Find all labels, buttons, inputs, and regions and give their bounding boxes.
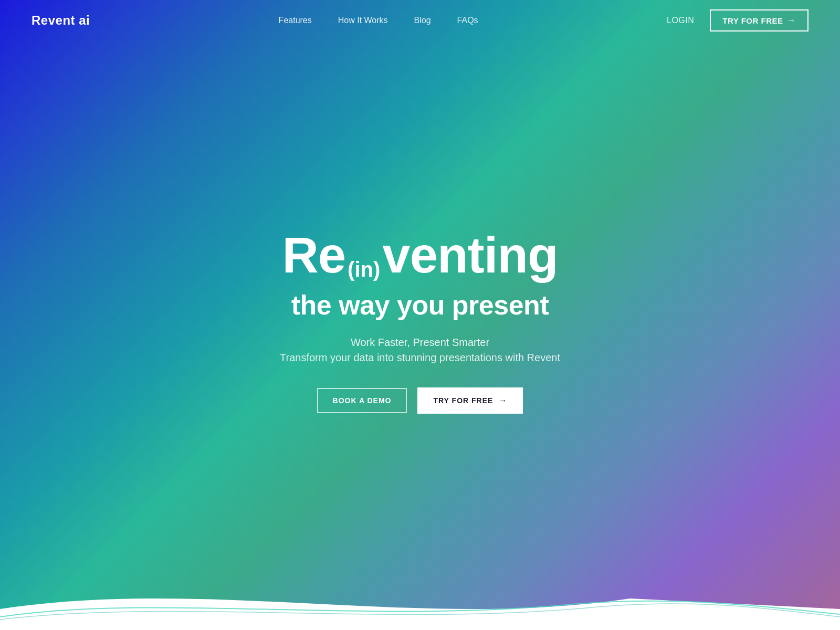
try-free-hero-button[interactable]: TRY FOR FREE →: [417, 387, 523, 414]
bottom-wave-section: [0, 567, 840, 630]
try-free-nav-button[interactable]: TRY FOR FREE →: [710, 9, 808, 32]
hero-subtitle-line1: Work Faster, Present Smarter: [351, 337, 489, 349]
logo: Revent ai: [32, 13, 90, 28]
login-link[interactable]: LOGIN: [667, 16, 694, 25]
hero-title-re: Re: [282, 226, 345, 284]
nav-item-features[interactable]: Features: [279, 16, 312, 25]
nav-item-how-it-works[interactable]: How It Works: [338, 16, 388, 25]
nav-link-blog[interactable]: Blog: [414, 16, 431, 25]
hero-section: Re (in) venting the way you present Work…: [0, 9, 840, 630]
nav-links: Features How It Works Blog FAQs: [279, 16, 478, 25]
nav-item-blog[interactable]: Blog: [414, 16, 431, 25]
hero-title-in: (in): [348, 258, 380, 281]
navbar: Revent ai Features How It Works Blog FAQ…: [0, 0, 840, 41]
nav-link-faqs[interactable]: FAQs: [457, 16, 478, 25]
try-free-hero-label: TRY FOR FREE: [433, 396, 493, 405]
nav-link-how-it-works[interactable]: How It Works: [338, 16, 388, 25]
nav-right: LOGIN TRY FOR FREE →: [667, 9, 808, 32]
hero-title-line1: Re (in) venting: [282, 226, 558, 284]
hero-buttons: BOOK A DEMO TRY FOR FREE →: [317, 387, 523, 414]
book-demo-button[interactable]: BOOK A DEMO: [317, 388, 407, 413]
bottom-wave-svg: [0, 567, 840, 630]
hero-title-venting: venting: [382, 226, 558, 284]
nav-item-faqs[interactable]: FAQs: [457, 16, 478, 25]
try-free-nav-arrow: →: [788, 16, 796, 25]
hero-subtitle: Work Faster, Present Smarter Transform y…: [280, 337, 560, 364]
page-wrapper: Revent ai Features How It Works Blog FAQ…: [0, 0, 840, 630]
try-free-nav-label: TRY FOR FREE: [722, 16, 783, 25]
nav-link-features[interactable]: Features: [279, 16, 312, 25]
try-free-hero-arrow: →: [498, 396, 507, 405]
hero-subtitle-line2: Transform your data into stunning presen…: [280, 352, 560, 364]
hero-title-line2: the way you present: [291, 289, 549, 321]
